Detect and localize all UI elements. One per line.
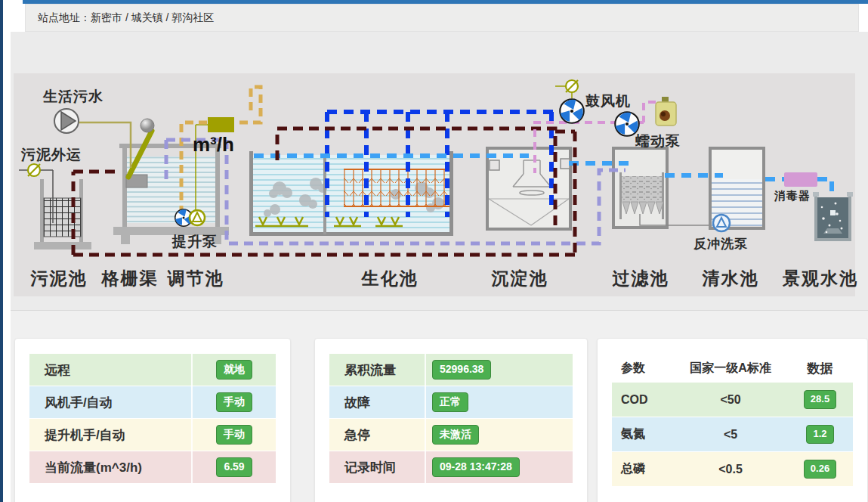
remote-mode-button[interactable]: 就地 (216, 360, 252, 379)
pool-label-grit: 格栅渠 (102, 267, 159, 290)
phosphorus-value-badge: 0.26 (804, 460, 836, 478)
sedimentation-tank (486, 147, 572, 231)
control-row-label: 远程 (29, 354, 191, 386)
float-ball (141, 119, 154, 132)
blower-fan-icon-1 (560, 99, 585, 123)
flow-unit-label: m³/h (193, 133, 234, 156)
quality-standard: <0.5 (674, 463, 787, 476)
biofilm-media (344, 169, 449, 206)
landscape-pool-tank (813, 192, 853, 241)
lift-pump-icon (190, 210, 205, 225)
status-row-label: 急停 (329, 419, 425, 451)
disinfector-icon (784, 172, 817, 187)
status-row-fault: 故障 正常 (329, 386, 573, 418)
breadcrumb-text: 站点地址：新密市 / 城关镇 / 郭沟社区 (38, 11, 214, 25)
sludge-valve-icon (28, 164, 40, 176)
control-row-remote: 远程 就地 (29, 354, 276, 386)
pool-label-sludge: 污泥池 (31, 267, 88, 290)
status-row-total-flow: 累积流量 52996.38 (329, 354, 573, 386)
inflow-pump-icon (54, 109, 79, 133)
quality-table-header: 参数 国家一级A标准 数据 (612, 354, 853, 383)
filter-media (622, 176, 662, 202)
status-panel-card: 累积流量 52996.38 故障 正常 急停 未激活 记录时间 09-28 13… (314, 338, 588, 502)
biochemical-tank (249, 151, 453, 236)
breadcrumb: 站点地址：新密市 / 城关镇 / 郭沟社区 (25, 4, 859, 32)
disinfector-label: 消毒器 (774, 189, 811, 203)
total-flow-badge: 52996.38 (432, 360, 491, 379)
pool-label-regulating: 调节池 (168, 267, 224, 290)
lift-pump-label: 提升泵 (172, 232, 218, 252)
control-row-lift-mode: 提升机手/自动 手动 (29, 419, 276, 451)
quality-standard: <50 (674, 393, 787, 407)
status-row-label: 记录时间 (329, 451, 425, 483)
quality-param: 氨氮 (612, 426, 674, 442)
quality-standard: <5 (674, 428, 787, 442)
flow-meter-icon (208, 117, 234, 132)
quality-param: COD (612, 393, 674, 407)
quality-header-standard: 国家一级A标准 (674, 361, 787, 376)
fault-status-badge: 正常 (432, 392, 468, 411)
pool-label-cleanwater: 清水池 (703, 267, 759, 290)
filter-tank (612, 147, 713, 229)
control-row-fan-mode: 风机手/自动 手动 (29, 386, 276, 418)
quality-header-data: 数据 (787, 360, 853, 377)
status-row-record-time: 记录时间 09-28 13:47:28 (329, 451, 573, 483)
status-row-estop: 急停 未激活 (329, 419, 573, 451)
pool-label-biochemical: 生化池 (362, 267, 419, 290)
control-row-label: 风机手/自动 (29, 386, 191, 418)
quality-row-ammonia: 氨氮 <5 1.2 (612, 417, 853, 451)
current-flow-badge: 6.59 (216, 457, 252, 476)
control-row-label: 提升机手/自动 (29, 419, 191, 451)
lift-mode-button[interactable]: 手动 (216, 425, 252, 444)
pool-label-filter: 过滤池 (613, 267, 669, 290)
control-row-label: 当前流量(m^3/h) (29, 451, 191, 483)
record-time-badge: 09-28 13:47:28 (432, 457, 520, 476)
quality-row-phosphorus: 总磷 <0.5 0.26 (612, 452, 853, 486)
quality-header-param: 参数 (612, 361, 674, 376)
status-row-label: 累积流量 (329, 354, 425, 386)
quality-row-cod: COD <50 28.5 (612, 383, 853, 417)
peristaltic-pump-label: 蠕动泵 (635, 132, 681, 151)
control-panel-card: 远程 就地 风机手/自动 手动 提升机手/自动 手动 当前流量(m^3/h) 6… (14, 338, 291, 502)
estop-status-badge: 未激活 (432, 425, 479, 444)
blower-valve-icon (566, 80, 578, 92)
pool-label-sedimentation: 沉淀池 (492, 267, 548, 290)
backwash-pump-icon (713, 215, 730, 231)
inflow-label: 生活污水 (43, 87, 103, 107)
process-flow-graphics (14, 73, 855, 296)
control-row-current-flow: 当前流量(m^3/h) 6.59 (29, 451, 276, 483)
process-flow-diagram: 生活污水 污泥外运 提升泵 m³/h 鼓风机 蠕动泵 反冲洗泵 消毒器 污泥池 … (14, 73, 855, 296)
blower-label: 鼓风机 (585, 91, 631, 111)
ammonia-value-badge: 1.2 (806, 425, 833, 443)
cod-value-badge: 28.5 (804, 390, 836, 408)
backwash-pump-label: 反冲洗泵 (693, 235, 748, 253)
sludge-pool-tank (34, 179, 91, 249)
quality-param: 总磷 (612, 461, 674, 477)
sludge-out-label: 污泥外运 (21, 145, 82, 165)
status-row-label: 故障 (329, 386, 425, 418)
pool-label-landscape: 景观水池 (783, 267, 858, 290)
dosing-beaker-icon (656, 97, 676, 126)
water-quality-card: 参数 国家一级A标准 数据 COD <50 28.5 氨氮 <5 1.2 总磷 … (597, 338, 868, 502)
left-accent-strip (0, 0, 3, 502)
fan-mode-button[interactable]: 手动 (216, 392, 252, 411)
